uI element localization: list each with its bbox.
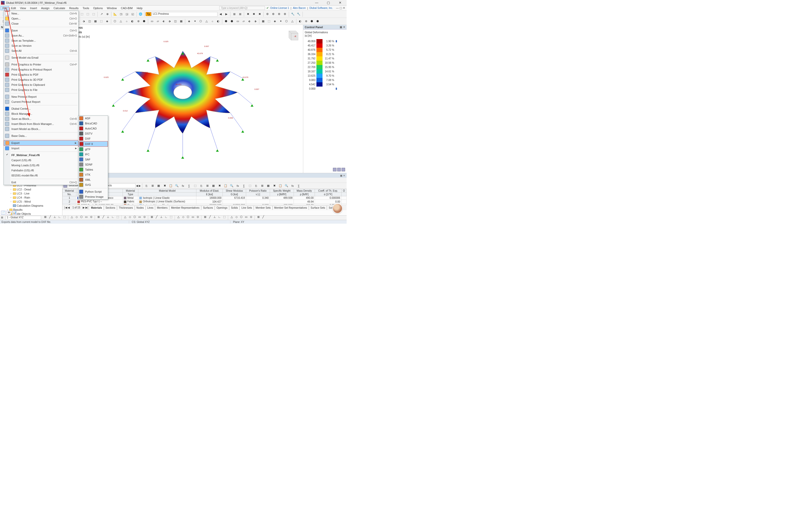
snap-tool[interactable]: ⬚ xyxy=(222,215,226,219)
snap-tool[interactable]: ⬚ xyxy=(116,215,120,219)
toolbar-button[interactable]: ⬣ xyxy=(315,18,321,24)
tree-lc3-live[interactable]: ›LC3 - Live xyxy=(1,192,62,196)
table-tool[interactable]: 🔍 xyxy=(174,183,180,189)
keyword-search[interactable]: Type a keyword (Alt+Q) xyxy=(219,6,265,10)
table-tool[interactable]: ▦ xyxy=(210,183,216,189)
menu-edit[interactable]: Edit xyxy=(9,6,18,10)
snap-tool[interactable]: ⊥ xyxy=(213,215,217,219)
toolbar-button[interactable]: ⊕ xyxy=(104,12,110,17)
toolbar-button[interactable]: ✦ xyxy=(192,18,198,24)
export-saf[interactable]: SAF xyxy=(79,157,108,162)
toolbar-button[interactable]: ◈ xyxy=(186,18,192,24)
toolbar-button[interactable]: ◫ xyxy=(172,18,178,24)
export-dxf[interactable]: DXF xyxy=(79,136,108,141)
export-dstv[interactable]: DSTV xyxy=(79,131,108,136)
toolbar-button[interactable]: 🔧 xyxy=(290,12,295,17)
table-tool[interactable]: 🔍 xyxy=(284,183,289,189)
tab-nodes[interactable]: Nodes xyxy=(135,206,146,210)
export-svg[interactable]: SVG xyxy=(79,182,108,187)
table-tool[interactable]: ∑ xyxy=(186,183,192,189)
toolbar-button[interactable]: ⬢ xyxy=(141,18,147,24)
toolbar-button[interactable]: ✦ xyxy=(278,18,284,24)
snap-tool[interactable]: ⊞ xyxy=(150,215,154,219)
table-tool[interactable]: ✖ xyxy=(271,183,277,189)
file-menu-save[interactable]: SaveCtrl+S xyxy=(4,28,79,33)
snap-tool[interactable]: ▭ xyxy=(244,215,248,219)
snap-tool[interactable]: ⊙ xyxy=(89,215,93,219)
grid-icon[interactable]: ⊞ xyxy=(1,216,5,219)
snap-tool[interactable]: ∟ xyxy=(164,215,168,219)
snap-tool[interactable]: ▭ xyxy=(191,215,195,219)
export-dxf-ii[interactable]: DXF II xyxy=(79,141,108,147)
menu-view[interactable]: View xyxy=(18,6,28,10)
file-menu-dlubal-center[interactable]: Dlubal Center... xyxy=(4,106,79,111)
toolbar-button[interactable]: ◱ xyxy=(130,12,135,17)
file-menu-print-graphics-to-pdf[interactable]: Print Graphics to PDF xyxy=(4,72,79,77)
snap-tool[interactable]: ⬡ xyxy=(133,215,137,219)
toolbar-button[interactable]: ▦ xyxy=(260,18,266,24)
tab-surfaces[interactable]: Surfaces xyxy=(201,206,215,210)
legend-mode-icon[interactable] xyxy=(333,168,337,171)
toolbar-button[interactable]: ⬢ xyxy=(309,18,315,24)
snap-tool[interactable]: ⬡ xyxy=(186,215,190,219)
snap-tool[interactable]: ⊙ xyxy=(196,215,200,219)
file-menu-base-data[interactable]: Base Data... xyxy=(4,133,79,138)
file-menu-new-printout-report[interactable]: New Printout Report xyxy=(4,94,79,99)
menu-cad-bim[interactable]: CAD-BIM xyxy=(119,6,135,10)
file-menu-close[interactable]: CloseCtrl+W xyxy=(4,21,79,26)
toolbar-button[interactable]: ⬚ xyxy=(79,12,85,17)
table-tool[interactable]: ⊞ xyxy=(150,183,155,189)
toolbar-button[interactable]: ✖ xyxy=(245,12,251,17)
snap-tool[interactable]: △ xyxy=(70,215,74,219)
menu-options[interactable]: Options xyxy=(91,6,105,10)
file-menu-save-as[interactable]: Save As...Ctrl+Shift+S xyxy=(4,33,79,38)
menu-file[interactable]: File xyxy=(0,6,9,10)
toolbar-button[interactable]: ⚙ xyxy=(282,12,288,17)
tab-solids[interactable]: Solids xyxy=(229,206,239,210)
snap-tool[interactable]: ⬚ xyxy=(169,215,173,219)
toolbar-button[interactable]: ⊞ xyxy=(232,12,237,17)
export-asf[interactable]: ASF xyxy=(79,116,108,121)
file-menu-print-graphics-to-printout-report[interactable]: Print Graphics to Printout Report xyxy=(4,67,79,72)
snap-tool[interactable]: ◇ xyxy=(128,215,132,219)
tree-calculation-diagrams[interactable]: Calculation Diagrams xyxy=(1,203,62,208)
table-tool[interactable]: 📋 xyxy=(168,183,173,189)
toolbar-button[interactable]: ▦ xyxy=(92,18,98,24)
export-autocad[interactable]: AutoCAD xyxy=(79,126,108,131)
file-menu-export[interactable]: Export▶ xyxy=(4,140,79,146)
snap-tool[interactable]: ◇ xyxy=(74,215,79,219)
table-tool[interactable]: fx xyxy=(290,183,295,189)
toolbar-button[interactable]: ⬗ xyxy=(81,18,86,24)
tab-lines[interactable]: Lines xyxy=(146,206,155,210)
table-tool[interactable]: ✖ xyxy=(217,183,222,189)
toolbar-button[interactable]: ◈ xyxy=(104,18,110,24)
close-icon[interactable]: ✕ xyxy=(343,26,345,29)
file-menu-exit[interactable]: ExitCtrl+Q xyxy=(4,180,79,185)
snap-tool[interactable]: ╱ xyxy=(101,215,105,219)
table-tool[interactable]: ⬚ xyxy=(247,183,253,189)
export-ifc[interactable]: IFC xyxy=(79,152,108,157)
toolbar-button[interactable]: ⚙ xyxy=(265,12,270,17)
tab-surface-sets[interactable]: Surface Sets xyxy=(309,206,327,210)
table-tabs[interactable]: |◀ ◀ 1 of 15 ▶ ▶| MaterialsSectionsThick… xyxy=(63,204,346,210)
table-tool[interactable]: 🔍 xyxy=(229,183,235,189)
file-menu-save-as-version[interactable]: Save as Version xyxy=(4,43,79,48)
snap-tool[interactable]: ∟ xyxy=(218,215,221,219)
toolbar-button[interactable]: ⬖ xyxy=(161,18,167,24)
toolbar-button[interactable]: ▭ xyxy=(235,18,240,24)
toolbar-button[interactable]: ▭ xyxy=(149,18,155,24)
file-menu-block-manager[interactable]: Block Manager... xyxy=(4,111,79,116)
tab-member-representatives[interactable]: Member Representatives xyxy=(169,206,201,210)
toolbar-button[interactable]: ⬣ xyxy=(229,18,235,24)
snap-tool[interactable]: ◇ xyxy=(235,215,238,219)
export-xml[interactable]: XML xyxy=(79,177,108,182)
table-tool[interactable]: ▦ xyxy=(266,183,271,189)
export-bricscad[interactable]: BricsCAD xyxy=(79,121,108,126)
table-tool[interactable]: ⬚ xyxy=(192,183,198,189)
snap-tool[interactable]: ╱ xyxy=(261,215,265,219)
toolbar-button[interactable]: △ xyxy=(118,18,123,24)
toolbar-button[interactable]: ◐ xyxy=(216,18,221,24)
tab-member-sets[interactable]: Member Sets xyxy=(254,206,272,210)
snap-tool[interactable]: ▭ xyxy=(84,215,88,219)
toolbar-button[interactable]: ⬗ xyxy=(167,18,172,24)
